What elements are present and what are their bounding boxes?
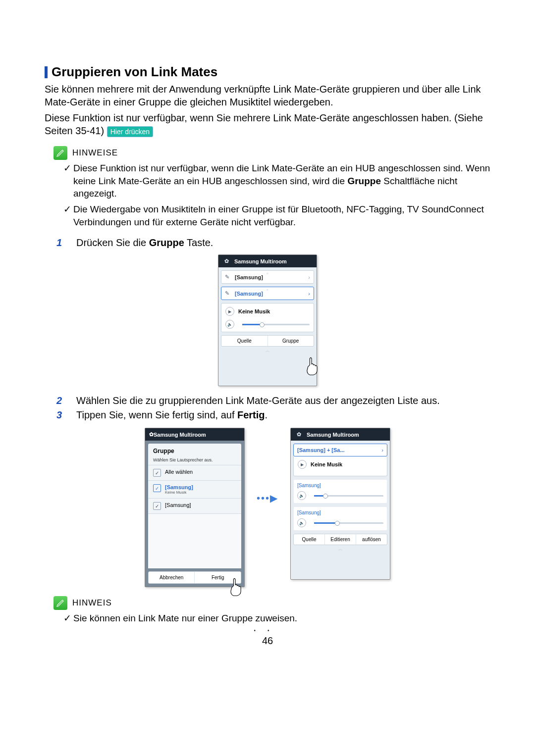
- dialog-empty-area: [148, 513, 241, 568]
- mockgrp-titlebar: ✿ Samsung Multiroom: [291, 428, 390, 441]
- done-button[interactable]: Fertig: [195, 572, 241, 583]
- notes-header-1: HINWEISE: [45, 146, 490, 160]
- step-3-post: .: [265, 409, 268, 420]
- step-1: 1 Drücken Sie die Gruppe Taste.: [45, 237, 490, 249]
- select-all-row[interactable]: ✓ Alle wählen: [148, 465, 241, 480]
- select-s2-label: [Samsung]: [165, 502, 236, 508]
- step-3-pre: Tippen Sie, wenn Sie fertig sind, auf: [76, 409, 237, 420]
- source-button[interactable]: Quelle: [221, 336, 268, 346]
- grouped-speaker-row[interactable]: [Samsung] + [Sa... ›: [293, 444, 387, 456]
- mock1-nowplay-label: Keine Musik: [238, 308, 270, 314]
- chevron-right-icon[interactable]: ›: [308, 274, 310, 280]
- mockgrp-empty-area: [291, 554, 390, 579]
- dialog-button-bar: Abbrechen Fertig: [148, 571, 241, 584]
- step-3-bold: Fertig: [237, 409, 265, 420]
- notes-label-1: HINWEISE: [72, 148, 118, 158]
- subspk2-name: [Samsung]: [297, 510, 383, 515]
- step-1-bold: Gruppe: [149, 237, 184, 248]
- mock1-empty-area: [218, 356, 317, 386]
- select-all-label: Alle wählen: [165, 469, 236, 475]
- gear-icon[interactable]: ✿: [295, 431, 303, 438]
- mock1-title: Samsung Multiroom: [234, 258, 287, 264]
- note-item-1: Diese Funktion ist nur verfügbar, wenn d…: [73, 162, 490, 200]
- notes-label-2: HINWEIS: [72, 598, 112, 608]
- panel-drag-handle-icon[interactable]: ︿: [218, 347, 317, 356]
- select-speaker-2[interactable]: ✓ [Samsung]: [148, 498, 241, 513]
- note-item-1-bold: Gruppe: [347, 176, 381, 186]
- mockup-select: ✿ Samsung Multiroom Gruppe Wählen Sie La…: [145, 428, 245, 587]
- intro-paragraph-1: Sie können mehrere mit der Anwendung ver…: [45, 83, 490, 108]
- select-s1-label: [Samsung]: [165, 484, 236, 490]
- mock1-button-bar: Quelle Gruppe: [221, 335, 314, 347]
- checkbox-icon[interactable]: ✓: [153, 502, 161, 510]
- chevron-right-icon[interactable]: ›: [308, 291, 310, 297]
- play-icon[interactable]: ▶: [225, 307, 234, 316]
- mocksel-title: Samsung Multiroom: [154, 432, 206, 438]
- notes-list-1: Diese Funktion ist nur verfügbar, wenn d…: [45, 162, 490, 228]
- mute-icon[interactable]: 🔈: [225, 320, 234, 329]
- edit-button[interactable]: Editieren: [325, 534, 356, 545]
- mockup-grouped: ✿ Samsung Multiroom [Samsung] + [Sa... ›…: [290, 428, 390, 580]
- gear-icon[interactable]: ✿: [149, 431, 154, 438]
- transition-arrow-icon: •••▶: [245, 428, 290, 504]
- mock1-titlebar: ✿ Samsung Multiroom: [218, 255, 317, 267]
- edit-icon[interactable]: ✎: [225, 290, 232, 297]
- cancel-button[interactable]: Abbrechen: [149, 572, 195, 583]
- mock1-speaker-row-1[interactable]: ≡ ✎ [Samsung] ›: [221, 270, 314, 284]
- source-button[interactable]: Quelle: [294, 534, 325, 545]
- step-2-number: 2: [45, 395, 76, 406]
- heading-text: Gruppieren von Link Mates: [52, 64, 217, 80]
- select-s1-sub: Keine Musik: [165, 490, 236, 495]
- step-1-number: 1: [45, 237, 76, 249]
- mute-icon[interactable]: 🔈: [297, 491, 306, 500]
- note2-item: Sie können ein Link Mate nur einer Grupp…: [73, 612, 490, 625]
- edit-icon[interactable]: ✎: [225, 274, 232, 280]
- step-3-number: 3: [45, 409, 76, 421]
- group-button[interactable]: Gruppe: [268, 336, 314, 346]
- mockgrp-nowplaying: ▶ Keine Musik: [293, 456, 387, 476]
- step-2-text: Wählen Sie die zu gruppierenden Link Mat…: [76, 395, 490, 406]
- step-3: 3 Tippen Sie, wenn Sie fertig sind, auf …: [45, 409, 490, 421]
- mock1-speaker1-label: [Samsung]: [235, 274, 263, 280]
- step-1-post: Taste.: [184, 237, 214, 248]
- click-here-link[interactable]: Hier drücken: [107, 126, 153, 137]
- volume-slider[interactable]: [314, 495, 383, 497]
- dissolve-button[interactable]: auflösen: [356, 534, 387, 545]
- chevron-right-icon[interactable]: ›: [381, 447, 383, 453]
- mocksel-titlebar: ✿ Samsung Multiroom: [145, 428, 244, 441]
- mockgrp-title: Samsung Multiroom: [307, 432, 359, 438]
- page-dots: ••: [45, 628, 490, 633]
- select-speaker-1[interactable]: ✓ [Samsung] Keine Musik: [148, 480, 241, 498]
- mock1-speaker-row-2[interactable]: ≡ ✎ [Samsung] ›: [221, 287, 314, 300]
- play-icon[interactable]: ▶: [298, 460, 307, 469]
- step-3-text: Tippen Sie, wenn Sie fertig sind, auf Fe…: [76, 409, 490, 421]
- note-icon: [54, 596, 67, 610]
- mockgrp-button-bar: Quelle Editieren auflösen: [293, 534, 387, 545]
- checkbox-icon[interactable]: ✓: [153, 484, 161, 492]
- note-icon: [54, 146, 67, 160]
- dialog-title: Gruppe: [148, 448, 241, 457]
- mockup-1: ✿ Samsung Multiroom ≡ ✎ [Samsung] › ≡ ✎ …: [218, 254, 317, 386]
- grouped-subspeaker-1: [Samsung] 🔈: [293, 479, 387, 504]
- step-2: 2 Wählen Sie die zu gruppierenden Link M…: [45, 395, 490, 406]
- mute-icon[interactable]: 🔈: [297, 518, 306, 527]
- notes-list-2: Sie können ein Link Mate nur einer Grupp…: [45, 612, 490, 625]
- page-number: 46: [45, 635, 490, 647]
- heading-bar: [45, 66, 48, 78]
- panel-drag-handle-icon[interactable]: ︿: [291, 545, 390, 554]
- mockgrp-nowplay-label: Keine Musik: [311, 461, 342, 467]
- grouped-label: [Samsung] + [Sa...: [297, 447, 345, 453]
- note-item-2: Die Wiedergabe von Musiktiteln in einer …: [73, 203, 490, 228]
- volume-slider[interactable]: [242, 324, 310, 325]
- section-heading: Gruppieren von Link Mates: [45, 64, 490, 80]
- dialog-subtitle: Wählen Sie Lautsprecher aus.: [148, 457, 241, 465]
- checkbox-icon[interactable]: ✓: [153, 469, 161, 477]
- notes-header-2: HINWEIS: [45, 596, 490, 610]
- drag-handle-icon[interactable]: ≡: [266, 272, 268, 275]
- subspk1-name: [Samsung]: [297, 483, 383, 488]
- mock1-nowplaying: ▶ Keine Musik 🔈: [221, 303, 314, 332]
- step-1-text: Drücken Sie die Gruppe Taste.: [76, 237, 490, 249]
- gear-icon[interactable]: ✿: [222, 258, 230, 264]
- volume-slider[interactable]: [314, 522, 383, 524]
- drag-handle-icon[interactable]: ≡: [266, 288, 268, 292]
